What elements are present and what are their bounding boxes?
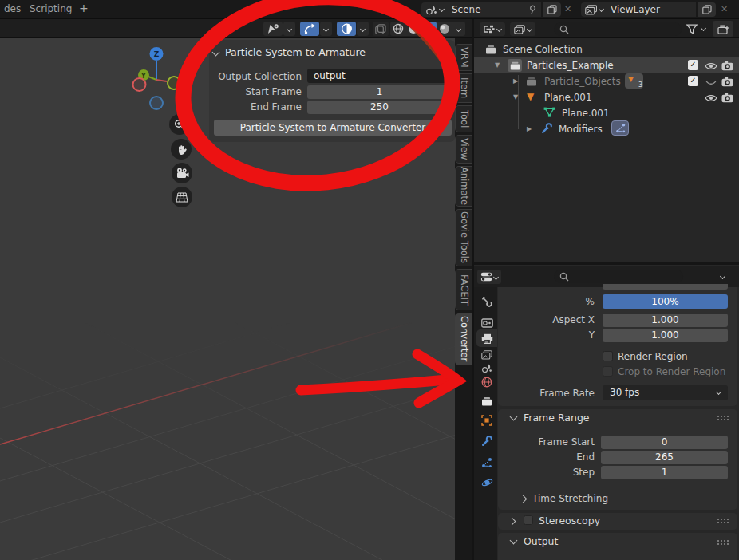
pin-icon[interactable] [528, 5, 537, 14]
zoom-button[interactable] [169, 114, 190, 135]
tab-world[interactable] [476, 375, 497, 388]
gizmo-y-neg-axis [168, 77, 180, 89]
disclosure-triangle[interactable]: ▼ [513, 93, 518, 101]
sidebar-tab-animate[interactable]: Animate [455, 166, 472, 207]
exclude-checkbox[interactable]: ✓ [688, 60, 698, 70]
new-collection-icon [717, 24, 729, 34]
sidebar-tab-faceit[interactable]: FACEIT [455, 269, 472, 310]
xray-toggle-button[interactable] [373, 22, 389, 36]
new-collection-button[interactable] [713, 21, 733, 37]
overlays-dropdown[interactable] [357, 22, 369, 36]
badge-count: 3 [638, 81, 642, 89]
sidebar-tab-govie-tools[interactable]: Govie Tools [455, 209, 472, 266]
sidebar-tab-vrm[interactable]: VRM [455, 44, 472, 71]
outliner-row-scene-collection[interactable]: Scene Collection [503, 44, 583, 55]
end-frame-input[interactable]: 250 [307, 101, 452, 114]
output-title[interactable]: Output [524, 535, 558, 547]
funnel-icon [686, 24, 698, 34]
view-layer-icon [585, 5, 597, 15]
outliner-filter-button[interactable] [685, 22, 699, 36]
frame-range-title[interactable]: Frame Range [524, 412, 590, 424]
gizmos-dropdown[interactable] [320, 22, 332, 36]
scene-unlink-button[interactable]: ✕ [564, 4, 571, 14]
particle-modifier-badge [611, 120, 629, 136]
percent-slider[interactable]: 100% [603, 294, 728, 309]
scene-selector[interactable]: Scene [421, 2, 541, 17]
camera-restrict-icon[interactable] [721, 93, 733, 103]
panel-drag-grips[interactable] [436, 49, 448, 55]
aspect-y-field[interactable]: 1.000 [603, 329, 728, 342]
disclosure-triangle[interactable]: ▶ [513, 77, 518, 85]
view-layer-remove-button[interactable]: ✕ [721, 4, 728, 14]
sidebar-tab-tool[interactable]: Tool [455, 105, 472, 132]
tab-view-layer[interactable] [476, 348, 497, 361]
camera-restrict-icon[interactable] [721, 77, 733, 87]
outliner-display-mode-button[interactable] [480, 22, 505, 36]
crop-region-checkbox[interactable] [603, 366, 613, 377]
frame-rate-dropdown[interactable]: 30 fps [603, 385, 728, 400]
navigation-gizmo[interactable]: Z Y [128, 41, 185, 112]
shading-dropdown[interactable] [452, 22, 464, 36]
shading-material-button[interactable] [421, 22, 437, 36]
view-layer-name: ViewLayer [611, 4, 660, 15]
sidebar-tab-view[interactable]: View [455, 135, 472, 164]
time-stretching-title[interactable]: Time Stretching [532, 493, 608, 504]
sidebar-tab-converter[interactable]: Converter [455, 313, 472, 365]
tab-object[interactable] [476, 413, 497, 427]
eye-icon[interactable] [705, 93, 717, 103]
view-layer-new-button[interactable] [698, 2, 716, 17]
outliner-filter-mode-button[interactable] [510, 22, 535, 36]
frame-start-field[interactable]: 0 [601, 436, 728, 449]
gizmos-toggle-button[interactable] [300, 22, 319, 36]
camera-view-button[interactable] [172, 163, 192, 183]
frame-step-field[interactable]: 1 [601, 466, 728, 479]
stereoscopy-grips[interactable] [717, 518, 729, 523]
overlay-sphere-icon [341, 23, 353, 34]
show-gizmo-button[interactable] [263, 22, 283, 36]
panel-title[interactable]: Particle System to Armature [225, 46, 366, 58]
partial-slider[interactable] [603, 284, 728, 290]
outliner-row-plane-object[interactable]: Plane.001 [544, 92, 592, 103]
add-workspace-button[interactable]: + [79, 2, 89, 14]
shading-wireframe-button[interactable] [390, 22, 405, 36]
outliner-row-particle-objects[interactable]: Particle_Objects [544, 76, 621, 87]
view-layer-selector[interactable]: ViewLayer [581, 2, 696, 17]
scene-new-button[interactable] [543, 2, 561, 17]
shading-rendered-button[interactable] [437, 22, 452, 36]
aspect-x-field[interactable]: 1.000 [603, 314, 728, 327]
workspace-tab-scripting[interactable]: Scripting [30, 3, 72, 14]
eye-icon[interactable] [705, 61, 717, 71]
stereoscopy-checkbox[interactable] [524, 515, 533, 525]
sidebar-tab-item[interactable]: Item [455, 73, 472, 103]
outliner-row-plane-mesh[interactable]: Plane.001 [562, 108, 610, 119]
show-gizmo-dropdown[interactable] [283, 22, 295, 36]
camera-restrict-icon[interactable] [721, 61, 733, 71]
pan-button[interactable] [171, 139, 192, 160]
tab-scene[interactable] [476, 361, 497, 375]
outliner-row-particles-example[interactable]: Particles_Example [527, 60, 614, 71]
output-collection-input[interactable]: output [307, 69, 452, 83]
disclosure-triangle[interactable]: ▶ [527, 125, 532, 132]
properties-editor-type-button[interactable] [477, 270, 501, 284]
orthographic-toggle-button[interactable] [172, 187, 192, 207]
shading-solid-button[interactable] [405, 22, 421, 36]
render-region-checkbox[interactable] [603, 351, 613, 361]
convert-button[interactable]: Particle System to Armature Converter [214, 120, 452, 136]
output-grips[interactable] [717, 539, 729, 545]
overlays-toggle-button[interactable] [337, 22, 356, 36]
stereoscopy-title[interactable]: Stereoscopy [539, 515, 600, 526]
eye-closed-icon[interactable] [705, 79, 717, 87]
aspect-y-label: Y [479, 329, 595, 341]
exclude-checkbox[interactable]: ✓ [688, 76, 698, 86]
collection-icon [485, 45, 496, 54]
outliner-search-input[interactable] [554, 22, 682, 36]
workspace-tab-partial[interactable]: des [4, 3, 21, 14]
disclosure-triangle[interactable]: ▼ [495, 61, 500, 69]
start-frame-input[interactable]: 1 [307, 85, 452, 99]
frame-end-label: End [479, 452, 595, 463]
frame-end-field[interactable]: 265 [601, 451, 728, 464]
properties-search-input[interactable] [554, 270, 683, 283]
frame-range-grips[interactable] [717, 415, 729, 420]
properties-toggles-icon [480, 272, 492, 282]
outliner-row-modifiers[interactable]: Modifiers [559, 124, 603, 135]
